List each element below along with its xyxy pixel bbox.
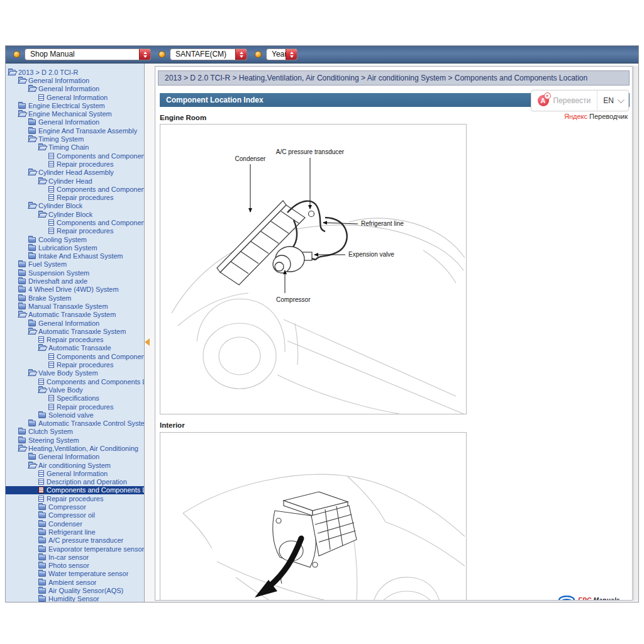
tree-item[interactable]: Automatic Transaxle Control System xyxy=(6,419,144,427)
tree-item[interactable]: General Information xyxy=(6,85,144,93)
translate-language-select[interactable]: EN xyxy=(597,91,628,111)
tree-item[interactable]: Heating,Ventilation, Air Conditioning xyxy=(6,444,144,452)
tree-item[interactable]: Timing System xyxy=(6,135,144,143)
folder-closed-icon xyxy=(28,454,36,460)
stepper-icon[interactable] xyxy=(286,49,297,60)
tree-item[interactable]: Water temperature sensor xyxy=(6,570,144,578)
tree-item-label: Fuel System xyxy=(28,260,67,268)
folder-open-icon xyxy=(28,370,36,376)
tree-item[interactable]: Photo sensor xyxy=(6,562,144,570)
tree-item-label: Clutch System xyxy=(28,428,73,435)
tree-item[interactable]: Manual Transaxle System xyxy=(6,302,144,310)
translate-language-value: EN xyxy=(603,96,614,105)
vertical-scrollbar[interactable] xyxy=(633,66,638,601)
tree-item[interactable]: Cylinder Block xyxy=(6,210,144,218)
stepper-icon[interactable] xyxy=(139,49,150,60)
tree-item[interactable]: Engine And Transaxle Assembly xyxy=(6,126,144,135)
tree-item-label: Evaporator temperature sensor xyxy=(48,545,144,553)
tree-item[interactable]: Repair procedures xyxy=(6,402,144,411)
tree-item[interactable]: Automatic Transaxle System xyxy=(6,327,144,335)
tree-item[interactable]: Humidity Sensor xyxy=(6,595,144,602)
stepper-icon[interactable] xyxy=(235,49,247,60)
tree-item[interactable]: Evaporator temperature sensor xyxy=(6,545,144,553)
folder-open-icon xyxy=(18,78,26,84)
tree-item[interactable]: Cylinder Head Assembly xyxy=(6,169,144,177)
tree-item[interactable]: General Information xyxy=(6,76,144,84)
tree-item[interactable]: General Information xyxy=(6,319,144,327)
tree-item[interactable]: Cylinder Block xyxy=(6,202,144,210)
tree-item[interactable]: Components and Components Location xyxy=(6,352,144,360)
tree-item[interactable]: A/C pressure transducer xyxy=(6,536,144,545)
sidebar-collapse-arrow[interactable] xyxy=(145,338,150,346)
tree-item[interactable]: Driveshaft and axle xyxy=(6,277,144,285)
tree-item-label: Heating,Ventilation, Air Conditioning xyxy=(28,445,138,452)
manual-type-select[interactable]: Shop Manual xyxy=(25,48,151,60)
tree-item[interactable]: Solenoid valve xyxy=(6,411,144,419)
tree-item-label: Humidity Sensor xyxy=(48,595,99,602)
tree-item-label: Ambient sensor xyxy=(48,579,96,586)
folder-closed-icon xyxy=(18,262,26,267)
folder-closed-icon xyxy=(18,287,26,292)
tree-item-label: Automatic Transaxle System xyxy=(28,311,116,318)
tree-item[interactable]: Lubrication System xyxy=(6,243,144,252)
tree-item[interactable]: Components and Components Location xyxy=(6,185,144,193)
tree-item[interactable]: Condenser xyxy=(6,519,144,528)
tree-item-label: Components and Components Location xyxy=(57,353,144,360)
tree-item[interactable]: Air conditioning System xyxy=(6,461,144,469)
document-icon xyxy=(38,94,44,101)
tree-item[interactable]: Components and Components Location xyxy=(6,152,144,160)
tree-item[interactable]: Description and Operation xyxy=(6,478,144,486)
tree-item[interactable]: 4 Wheel Drive (4WD) System xyxy=(6,286,144,294)
tree-item[interactable]: Timing Chain xyxy=(6,143,144,152)
tree-item[interactable]: Repair procedures xyxy=(6,494,144,502)
tree-item[interactable]: Suspension System xyxy=(6,269,144,277)
tree-item[interactable]: Clutch System xyxy=(6,428,144,436)
tree-item[interactable]: Intake And Exhaust System xyxy=(6,252,144,260)
tree-item[interactable]: Repair procedures xyxy=(6,336,144,344)
tree-item[interactable]: Components and Components Location xyxy=(6,218,144,226)
tree-item[interactable]: General Information xyxy=(6,118,144,126)
tree-item[interactable]: Valve Body xyxy=(6,386,144,394)
tree-item-label: Specifications xyxy=(57,394,99,402)
tree-item[interactable]: Engine Electrical System xyxy=(6,101,144,109)
tree-item[interactable]: Cooling System xyxy=(6,235,144,243)
tree-item[interactable]: Repair procedures xyxy=(6,160,144,168)
tree-item[interactable]: Repair procedures xyxy=(6,227,144,235)
tree-item[interactable]: Brake System xyxy=(6,294,144,302)
tree-item[interactable]: Specifications xyxy=(6,394,144,402)
tree-item[interactable]: General Information xyxy=(6,93,144,101)
tree-item[interactable]: Automatic Transaxle xyxy=(6,344,144,352)
year-select[interactable]: Year xyxy=(266,48,297,60)
tree-item[interactable]: Engine Mechanical System xyxy=(6,109,144,118)
tree-item[interactable]: Components and Components Location xyxy=(6,377,144,386)
tree-item[interactable]: General Information xyxy=(6,469,144,477)
tree-item[interactable]: Compressor xyxy=(6,502,144,511)
tree-item[interactable]: Components and Components Location xyxy=(6,486,144,494)
document-icon xyxy=(48,161,54,167)
folder-closed-icon xyxy=(38,413,46,418)
tree-item-label: Cylinder Head Assembly xyxy=(38,169,114,176)
tree-item-label: Automatic Transaxle System xyxy=(38,328,126,335)
tree-item[interactable]: Ambient sensor xyxy=(6,578,144,586)
tree-item-label: Solenoid valve xyxy=(48,411,94,419)
tree-item[interactable]: Repair procedures xyxy=(6,360,144,369)
tree-item[interactable]: Fuel System xyxy=(6,260,144,269)
vehicle-select[interactable]: SANTAFE(CM) xyxy=(170,48,247,60)
translate-button[interactable]: A Перевести xyxy=(531,91,597,111)
tree-item[interactable]: In-car sensor xyxy=(6,553,144,561)
tree-item-label: General Information xyxy=(38,85,99,92)
tree-item[interactable]: Steering System xyxy=(6,436,144,444)
tree-item[interactable]: Air Quality Sensor(AQS) xyxy=(6,586,144,594)
tree-item[interactable]: Valve Body System xyxy=(6,369,144,377)
tree-item[interactable]: Cylinder Head xyxy=(6,177,144,185)
yandex-translate-widget[interactable]: A Перевести EN xyxy=(531,90,629,111)
tree-item-label: Components and Components Location xyxy=(47,486,144,494)
tree-item[interactable]: General Information xyxy=(6,453,144,461)
tree-item[interactable]: Automatic Transaxle System xyxy=(6,311,144,319)
tree-item[interactable]: Compressor oil xyxy=(6,511,144,519)
tree-item[interactable]: 2013 > D 2.0 TCI-R xyxy=(6,68,144,76)
condenser-drawing xyxy=(217,201,305,285)
tree-item[interactable]: Repair procedures xyxy=(6,193,144,201)
tree-item[interactable]: Refrigerant line xyxy=(6,528,144,536)
label-expension-valve: Expension valve xyxy=(348,251,394,258)
